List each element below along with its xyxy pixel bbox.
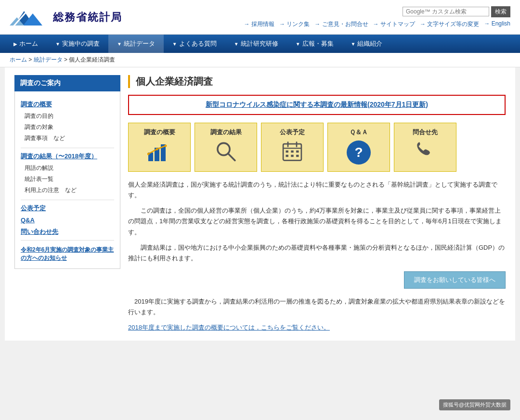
logo-area: 総務省統計局	[10, 4, 122, 30]
icon-card-schedule[interactable]: 公表予定	[261, 123, 324, 172]
nav-item-pr[interactable]: ▼ 広報・募集	[287, 35, 342, 53]
page-title: 個人企業経済調査	[128, 75, 506, 88]
nav-item-training[interactable]: ▼ 統計研究研修	[225, 35, 287, 53]
breadcrumb-home[interactable]: ホーム	[10, 56, 27, 63]
svg-point-10	[165, 145, 167, 147]
breadcrumb: ホーム > 統計データ > 個人企業経済調査	[0, 53, 520, 67]
nav-arrow-training: ▼	[234, 41, 239, 47]
main-navigation: ▶ ホーム ▼ 実施中の調査 ▼ 統計データ ▼ よくある質問 ▼ 統計研究研修…	[0, 35, 520, 53]
header-link-contact[interactable]: ご意見・お問合せ	[314, 20, 368, 28]
sidebar-link-purpose[interactable]: 調査の目的	[21, 111, 114, 122]
calendar-icon	[264, 140, 320, 166]
sidebar-link-qa[interactable]: Q&A	[21, 216, 114, 224]
notice-box: 新型コロナウイルス感染症に関する本調査の最新情報(2020年7月1日更新)	[128, 95, 506, 115]
icon-card-results[interactable]: 調査の結果	[195, 123, 257, 172]
nav-item-home[interactable]: ▶ ホーム	[5, 35, 47, 53]
icon-card-schedule-title: 公表予定	[264, 128, 320, 137]
survey-button[interactable]: 調査をお願いしている皆様へ	[404, 271, 506, 289]
breadcrumb-current: 個人企業経済調査	[69, 56, 115, 63]
sidebar-link-target[interactable]: 調査の対象	[21, 122, 114, 133]
svg-rect-18	[291, 151, 293, 153]
content-wrapper: 調査のご案内 調査の概要 調査の目的 調査の対象 調査事項 など 調査の結果（〜…	[5, 67, 515, 341]
svg-rect-0	[10, 4, 48, 30]
sidebar-divider-1	[21, 148, 114, 148]
sidebar: 調査のご案内 調査の概要 調査の目的 調査の対象 調査事項 など 調査の結果（〜…	[14, 75, 120, 333]
nav-arrow-data: ▼	[117, 41, 122, 47]
nav-item-data[interactable]: ▼ 統計データ	[108, 35, 164, 53]
nav-label-pr: 広報・募集	[302, 39, 334, 48]
nav-arrow-faq: ▼	[172, 41, 177, 47]
nav-label-org: 組織紹介	[357, 39, 382, 48]
svg-rect-21	[291, 155, 293, 157]
qa-icon: ?	[331, 140, 387, 165]
body-text-2: この調査は，全国の個人経営の事業所（個人企業）のうち，約4万事業所を対象に，事業…	[128, 205, 506, 237]
icon-card-qa-title: Ｑ＆Ａ	[331, 128, 387, 137]
breadcrumb-sep2: >	[64, 56, 69, 63]
sidebar-link-inquiry[interactable]: 問い合わせ先	[21, 228, 114, 236]
logo-icon	[10, 4, 48, 30]
sidebar-link-notes[interactable]: 利用上の注意 など	[21, 185, 114, 196]
svg-rect-20	[286, 155, 288, 157]
nav-arrow-surveys: ▼	[55, 41, 60, 47]
icon-grid: 調査の概要 調査の結果	[128, 123, 506, 172]
nav-item-surveys[interactable]: ▼ 実施中の調査	[47, 35, 108, 53]
main-content: 個人企業経済調査 新型コロナウイルス感染症に関する本調査の最新情報(2020年7…	[128, 75, 506, 333]
search-row: 検索	[403, 6, 510, 17]
bottom-link[interactable]: 2018年度まで実施した調査の概要については，こちらをご覧ください。	[128, 324, 330, 331]
sidebar-link-tables[interactable]: 統計表一覧	[21, 174, 114, 185]
sidebar-content: 調査の概要 調査の目的 調査の対象 調査事項 など 調査の結果（〜2018年度）…	[14, 91, 120, 269]
svg-rect-22	[296, 155, 299, 157]
sidebar-link-terms[interactable]: 用語の解説	[21, 163, 114, 174]
search-button[interactable]: 検索	[491, 6, 510, 17]
sidebar-link-items[interactable]: 調査事項 など	[21, 133, 114, 144]
nav-arrow-org: ▼	[351, 41, 356, 47]
icon-card-overview[interactable]: 調査の概要	[128, 123, 191, 172]
sidebar-link-schedule[interactable]: 公表予定	[21, 204, 114, 213]
breadcrumb-sep1: >	[28, 56, 33, 63]
sidebar-title: 調査のご案内	[14, 75, 120, 91]
icon-card-results-title: 調査の結果	[198, 128, 254, 137]
nav-arrow-home: ▶	[13, 41, 17, 47]
header-link-recruit[interactable]: 採用情報	[244, 20, 274, 28]
icon-card-contact-title: 問合せ先	[397, 128, 453, 137]
icon-card-qa[interactable]: Ｑ＆Ａ ?	[327, 123, 390, 172]
logo-text: 総務省統計局	[53, 10, 122, 25]
sidebar-highlight-notice[interactable]: 令和2年6月実施の調査対象の事業主の方へのお知らせ	[21, 244, 114, 264]
svg-line-12	[228, 153, 235, 160]
notice-link[interactable]: 新型コロナウイルス感染症に関する本調査の最新情報(2020年7月1日更新)	[206, 101, 428, 108]
search-input[interactable]	[403, 7, 489, 16]
sidebar-divider-3	[21, 240, 114, 241]
sidebar-divider-2	[21, 200, 114, 200]
header-link-sitemap[interactable]: サイトマップ	[373, 20, 415, 28]
sidebar-section-results[interactable]: 調査の結果（〜2018年度）	[21, 152, 114, 161]
svg-rect-17	[286, 151, 288, 153]
icon-card-overview-title: 調査の概要	[131, 128, 187, 137]
nav-label-home: ホーム	[19, 39, 38, 48]
svg-point-9	[156, 148, 158, 151]
bottom-para-1: 2019年度に実施する調査から，調査結果の利活用の一層の推進を図るため，調査対象…	[128, 296, 506, 318]
nav-label-data: 統計データ	[124, 39, 155, 48]
sidebar-section-overview[interactable]: 調査の概要	[21, 100, 114, 109]
header-right: 検索 採用情報 リンク集 ご意見・お問合せ サイトマップ 文字サイズ等の変更 E…	[244, 6, 510, 28]
phone-icon	[397, 140, 453, 166]
svg-rect-19	[296, 151, 299, 153]
header-link-links[interactable]: リンク集	[279, 20, 310, 28]
survey-button-row: 調査をお願いしている皆様へ	[128, 271, 506, 289]
search-icon	[198, 140, 254, 166]
nav-label-training: 統計研究研修	[241, 39, 278, 48]
nav-label-surveys: 実施中の調査	[62, 39, 100, 48]
bar-chart-icon	[131, 140, 187, 166]
header-link-english[interactable]: English	[484, 20, 510, 28]
breadcrumb-data[interactable]: 統計データ	[34, 56, 63, 63]
nav-item-org[interactable]: ▼ 組織紹介	[342, 35, 391, 53]
body-text-3: 調査結果は，国や地方における中小企業振興のための基礎資料や各種事業・施策の分析資…	[128, 242, 506, 264]
header: 総務省統計局 検索 採用情報 リンク集 ご意見・お問合せ サイトマップ 文字サイ…	[0, 0, 520, 35]
nav-item-faq[interactable]: ▼ よくある質問	[164, 35, 225, 53]
icon-card-contact[interactable]: 問合せ先	[394, 123, 456, 172]
bottom-text: 2019年度に実施する調査から，調査結果の利活用の一層の推進を図るため，調査対象…	[128, 296, 506, 333]
nav-label-faq: よくある質問	[179, 39, 217, 48]
header-nav-links: 採用情報 リンク集 ご意見・お問合せ サイトマップ 文字サイズ等の変更 Engl…	[244, 20, 510, 28]
header-link-fontsize[interactable]: 文字サイズ等の変更	[420, 20, 479, 28]
nav-arrow-pr: ▼	[296, 41, 300, 47]
body-text-1: 個人企業経済調査は，国が実施する統計調査のうち，統計法により特に重要なものとされ…	[128, 179, 506, 201]
